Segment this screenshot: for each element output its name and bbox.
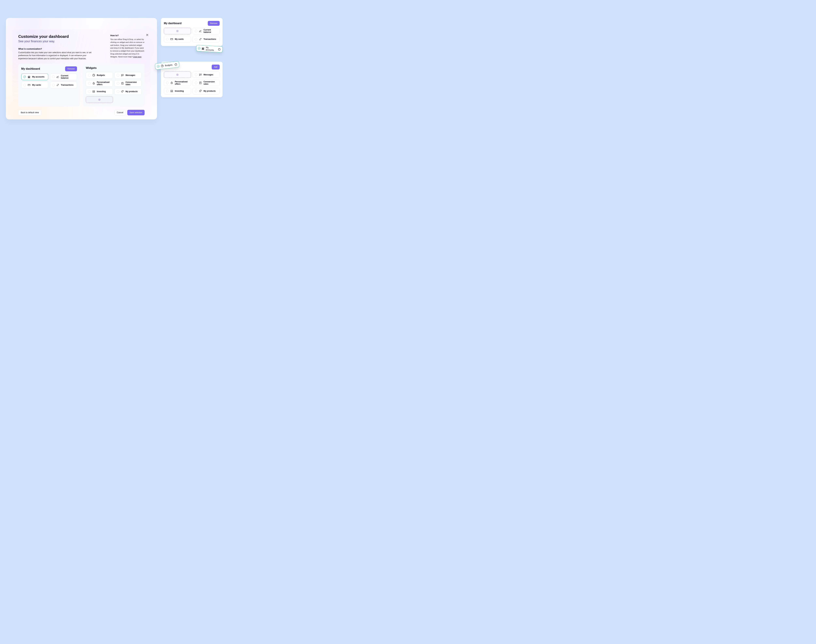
chip-label: Personalised offers bbox=[175, 81, 189, 85]
svg-rect-7 bbox=[171, 38, 173, 40]
widgets-title: Widgets bbox=[86, 66, 97, 70]
side-widgets-panel: dgets Add MessagesPersonalised offersCon… bbox=[161, 62, 223, 97]
chip-label: Conversion rates bbox=[126, 81, 140, 86]
svg-point-12 bbox=[201, 90, 201, 91]
chip-label: My products bbox=[126, 90, 138, 93]
chart-icon bbox=[56, 75, 59, 78]
widget-chip[interactable]: Investing bbox=[86, 88, 113, 95]
howto-desc: You can either Drag & Drop, or select by… bbox=[110, 38, 144, 58]
grab-cursor-icon bbox=[217, 48, 221, 51]
widget-chip[interactable]: Messages bbox=[192, 71, 220, 78]
chip-label: My products bbox=[203, 90, 215, 92]
widget-chip[interactable]: Conversion rates bbox=[115, 80, 141, 87]
cancel-button[interactable]: Cancel bbox=[114, 110, 126, 115]
widget-chip[interactable]: Personalised offers bbox=[164, 80, 191, 86]
widget-chip[interactable]: Transactions bbox=[192, 36, 220, 42]
radio-dot bbox=[52, 75, 55, 78]
svg-rect-10 bbox=[200, 82, 201, 84]
widget-chip[interactable]: My cards bbox=[164, 36, 191, 42]
chip-label: Investing bbox=[97, 90, 106, 93]
radio-dot bbox=[166, 81, 169, 84]
radio-dot bbox=[117, 90, 119, 93]
widget-chip[interactable]: Messages bbox=[115, 72, 141, 78]
radio-dot bbox=[23, 84, 26, 86]
widget-chip[interactable]: My products bbox=[192, 88, 220, 94]
radio-dot bbox=[88, 90, 91, 93]
drop-slot[interactable] bbox=[164, 28, 191, 34]
widget-chip[interactable]: Transactions bbox=[50, 82, 77, 88]
bank-icon bbox=[28, 75, 31, 78]
chip-label: Transactions bbox=[203, 38, 216, 40]
message-icon bbox=[199, 73, 202, 76]
calc-icon bbox=[121, 82, 124, 85]
widget-chip[interactable]: Budgets bbox=[86, 72, 113, 78]
what-is-desc: Customization lets you make your own sel… bbox=[18, 51, 95, 60]
back-to-default-button[interactable]: Back to default view bbox=[18, 110, 41, 115]
radio-dot bbox=[195, 38, 197, 40]
side-add-button[interactable]: Add bbox=[212, 64, 220, 69]
howto-text: You can either Drag & Drop, or select by… bbox=[110, 38, 144, 58]
widget-chip[interactable]: Current balance bbox=[50, 74, 77, 80]
save-selection-button[interactable]: Save selection bbox=[127, 110, 144, 115]
radio-dot bbox=[166, 90, 169, 92]
widget-chip[interactable]: Investing bbox=[164, 88, 191, 94]
what-is-heading: What is customization? bbox=[18, 48, 95, 50]
calc-icon bbox=[199, 81, 202, 84]
widget-chip[interactable]: My cards bbox=[21, 82, 48, 88]
widget-chip[interactable]: My accounts bbox=[21, 74, 48, 80]
chart-icon bbox=[199, 29, 202, 32]
side-dashboard-title: My dashboard bbox=[164, 22, 181, 25]
chip-label: Conversion rates bbox=[203, 81, 218, 85]
widgets-section: Widgets BudgetsMessagesPersonalised offe… bbox=[83, 64, 144, 107]
radio-dot bbox=[88, 74, 91, 77]
chip-label: My accounts bbox=[32, 76, 45, 78]
dragging-widget-my-accounts[interactable]: My accounts bbox=[196, 45, 223, 52]
pie-icon bbox=[92, 74, 95, 77]
chip-label: My cards bbox=[32, 84, 41, 86]
check-icon bbox=[157, 65, 160, 68]
close-icon[interactable] bbox=[146, 34, 149, 36]
widget-chip[interactable]: My products bbox=[115, 88, 141, 95]
drop-slot[interactable] bbox=[86, 97, 113, 103]
bars-icon bbox=[92, 90, 95, 93]
svg-rect-2 bbox=[121, 82, 123, 84]
check-icon bbox=[23, 75, 26, 78]
dragging-label: Budgets bbox=[165, 64, 172, 67]
drop-slot[interactable] bbox=[164, 71, 191, 78]
card-icon bbox=[170, 38, 173, 41]
svg-rect-0 bbox=[28, 84, 30, 86]
pie-icon bbox=[161, 64, 164, 67]
config-panel: Customize your dashboard See your financ… bbox=[12, 29, 151, 120]
radio-dot bbox=[52, 84, 55, 86]
radio-dot bbox=[195, 90, 197, 92]
chip-label: My cards bbox=[175, 38, 184, 40]
modal-title: Customize your dashboard bbox=[18, 34, 95, 39]
timer-icon bbox=[170, 81, 173, 84]
widget-chip[interactable]: Current balance bbox=[192, 28, 220, 34]
radio-dot bbox=[195, 81, 197, 84]
chip-label: Messages bbox=[126, 74, 135, 76]
chip-label: Current balance bbox=[61, 75, 75, 79]
tag-icon bbox=[121, 90, 124, 93]
svg-point-4 bbox=[123, 91, 123, 91]
side-dashboard-panel: My dashboard Remove Current balanceMy ca… bbox=[161, 18, 223, 46]
tag-icon bbox=[199, 90, 202, 92]
widget-chip[interactable]: Conversion rates bbox=[192, 80, 220, 86]
my-dashboard-section: My dashboard Remove My accountsCurrent b… bbox=[18, 64, 80, 107]
widget-chip[interactable]: Personalised offers bbox=[86, 80, 113, 87]
modal-subtitle: See your finances your way. bbox=[18, 40, 95, 43]
chip-label: Transactions bbox=[61, 84, 74, 86]
chip-label: Messages bbox=[203, 74, 213, 76]
my-dashboard-title: My dashboard bbox=[21, 67, 40, 71]
chip-label: Personalised offers bbox=[97, 81, 111, 86]
bars-icon bbox=[170, 90, 173, 92]
customization-modal: Customize your dashboard See your financ… bbox=[6, 18, 157, 120]
howto-link[interactable]: Click here bbox=[133, 56, 141, 58]
chip-label: Investing bbox=[175, 90, 184, 92]
bank-icon bbox=[201, 47, 204, 50]
side-remove-button[interactable]: Remove bbox=[208, 21, 220, 26]
remove-button[interactable]: Remove bbox=[65, 66, 77, 71]
radio-dot bbox=[88, 82, 91, 85]
radio-dot bbox=[195, 30, 197, 32]
swap-icon bbox=[56, 84, 59, 86]
